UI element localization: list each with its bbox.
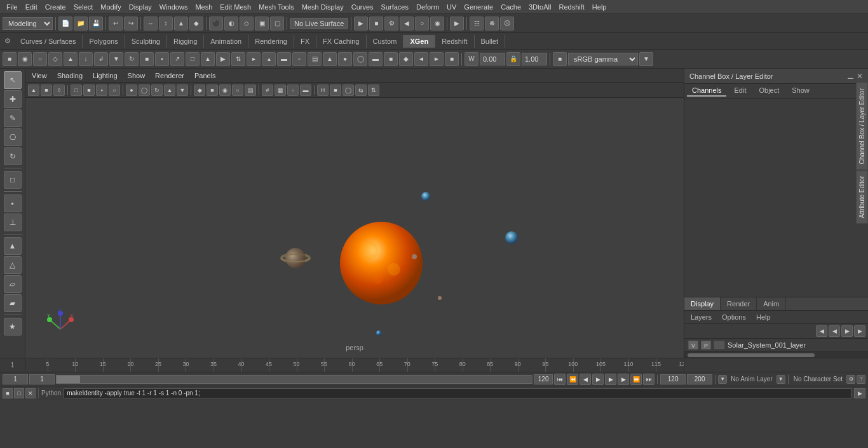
grid-snap-btn[interactable]: ▣: [255, 17, 269, 31]
snap-together-btn[interactable]: ⊥: [4, 214, 22, 231]
layout-btn2[interactable]: ☸: [485, 17, 499, 31]
layer-fwd-btn[interactable]: ▶: [841, 325, 853, 337]
menu-deform[interactable]: Deform: [412, 2, 443, 12]
layer-back-btn[interactable]: ◀: [816, 325, 827, 337]
menu-curves[interactable]: Curves: [348, 2, 377, 12]
vp-snap-btn[interactable]: ▬: [300, 85, 311, 96]
render-region-btn[interactable]: ■: [369, 17, 383, 31]
frame-start-field[interactable]: [29, 374, 55, 384]
pb-play-fwd-btn[interactable]: ▶: [605, 374, 616, 385]
tab-bullet[interactable]: Bullet: [475, 35, 506, 48]
xgen-btn5[interactable]: ▲: [64, 52, 78, 66]
attribute-editor-edge-tab[interactable]: Attribute Editor: [856, 170, 868, 224]
xgen-btn15[interactable]: ▶: [216, 52, 230, 66]
layer-color-swatch[interactable]: [714, 341, 725, 350]
menu-edit[interactable]: Edit: [22, 2, 41, 12]
vp-shading-menu[interactable]: Shading: [53, 71, 86, 81]
tab-custom[interactable]: Custom: [367, 35, 404, 48]
magnet-snap-btn[interactable]: ⚫: [209, 17, 223, 31]
timeline-track[interactable]: 5101520253035404550556065707580859095100…: [25, 358, 684, 372]
layer-row[interactable]: V P Solar_System_001_layer: [684, 339, 868, 351]
vp-hud-btn[interactable]: H: [317, 85, 329, 96]
xgen-btn11[interactable]: ▪: [155, 52, 169, 66]
tab-curves-surfaces[interactable]: Curves / Surfaces: [14, 35, 83, 48]
menu-edit-mesh[interactable]: Edit Mesh: [216, 2, 255, 12]
snap-btn4[interactable]: ◆: [189, 17, 203, 31]
vp-iso-btn[interactable]: ◯: [342, 85, 354, 96]
curve-snap-btn[interactable]: ◐: [224, 17, 238, 31]
channel-box-pin-btn[interactable]: ⚊: [847, 72, 854, 81]
vp-panels-menu[interactable]: Panels: [191, 71, 220, 81]
menu-modify[interactable]: Modify: [97, 2, 125, 12]
menu-3dtoa[interactable]: 3DtoAll: [525, 2, 555, 12]
light-editor-btn[interactable]: ○: [415, 17, 429, 31]
vp-cam3-btn[interactable]: ◊: [53, 85, 65, 96]
time-slider[interactable]: [56, 375, 532, 384]
viewport-canvas[interactable]: X Y Z persp: [25, 98, 684, 358]
vp-display-btn2[interactable]: ◯: [139, 85, 150, 96]
vp-display-btn1[interactable]: ●: [126, 85, 137, 96]
vp-shading-btn4[interactable]: ○: [232, 85, 243, 96]
dra-display-tab[interactable]: Display: [684, 297, 721, 310]
point-snap-btn[interactable]: ◇: [240, 17, 254, 31]
menu-redshift[interactable]: Redshift: [555, 2, 588, 12]
vp-grid-btn[interactable]: #: [262, 85, 273, 96]
open-file-btn[interactable]: 📁: [74, 17, 88, 31]
render-view-btn[interactable]: ◉: [430, 17, 444, 31]
help-menu[interactable]: Help: [754, 312, 773, 322]
layer-back2-btn[interactable]: ◀: [829, 325, 840, 337]
view-snap-btn[interactable]: ▢: [270, 17, 284, 31]
redo-btn[interactable]: ↪: [124, 17, 138, 31]
xgen-tool1-btn[interactable]: ▲: [4, 237, 22, 255]
xgen-btn14[interactable]: ▲: [201, 52, 215, 66]
tab-fx[interactable]: FX: [294, 35, 316, 48]
vp-overlay-btn[interactable]: ■: [330, 85, 341, 96]
xgen-btn18[interactable]: ▴: [262, 52, 276, 66]
channel-box-edge-tab[interactable]: Channel Box / Layer Editor: [856, 83, 868, 170]
channel-box-close-btn[interactable]: ✕: [857, 72, 863, 81]
window-icon2[interactable]: □: [14, 388, 24, 398]
xgen-btn17[interactable]: ▸: [247, 52, 261, 66]
tab-xgen[interactable]: XGen: [403, 35, 435, 48]
render-settings-btn[interactable]: ⚙: [384, 17, 398, 31]
pb-step-fwd-btn[interactable]: ▶: [618, 374, 629, 385]
cb-tab-channels[interactable]: Channels: [687, 85, 726, 97]
xgen-btn4[interactable]: ◇: [48, 52, 62, 66]
gamma-dropdown[interactable]: sRGB gamma: [568, 53, 638, 65]
pb-prev-key-btn[interactable]: ⏪: [567, 374, 578, 385]
soft-select-btn[interactable]: ▪: [4, 194, 22, 212]
menu-select[interactable]: Select: [70, 2, 97, 12]
cb-tab-edit[interactable]: Edit: [729, 85, 751, 97]
vp-display-btn4[interactable]: ▲: [164, 85, 175, 96]
workspace-gear[interactable]: ⚙: [1, 35, 14, 48]
pb-step-back-btn[interactable]: ◀: [580, 374, 591, 385]
menu-generate[interactable]: Generate: [460, 2, 497, 12]
menu-create[interactable]: Create: [41, 2, 70, 12]
pb-start-btn[interactable]: ⏮: [554, 374, 566, 385]
layer-playback-btn[interactable]: P: [701, 341, 711, 350]
xgen-btn9[interactable]: ↻: [125, 52, 139, 66]
cb-tab-show[interactable]: Show: [787, 85, 815, 97]
vp-lighting-menu[interactable]: Lighting: [89, 71, 121, 81]
save-file-btn[interactable]: 💾: [89, 17, 103, 31]
lasso-btn[interactable]: ⎔: [4, 128, 22, 146]
tab-redshift[interactable]: Redshift: [435, 35, 474, 48]
vp-show-menu[interactable]: Show: [124, 71, 149, 81]
layers-menu[interactable]: Layers: [688, 312, 714, 322]
xgen-btn16[interactable]: ⇅: [231, 52, 245, 66]
xgen-tool2-btn[interactable]: △: [4, 256, 22, 274]
xgen-btn27[interactable]: ◆: [399, 52, 413, 66]
vp-renderer-menu[interactable]: Renderer: [151, 71, 188, 81]
vp-zoom-btn[interactable]: ⇅: [368, 85, 379, 96]
anim-layer-arrow2[interactable]: ▼: [776, 375, 785, 384]
xgen-tool3-btn[interactable]: ▱: [4, 275, 22, 293]
undo-btn[interactable]: ↩: [109, 17, 123, 31]
vp-cam-btn[interactable]: ▲: [28, 85, 39, 96]
menu-help[interactable]: Help: [588, 2, 611, 12]
menu-mesh[interactable]: Mesh: [191, 2, 216, 12]
layer-scrollbar[interactable]: [684, 351, 868, 358]
xgen-btn23[interactable]: ●: [338, 52, 352, 66]
xgen-btn19[interactable]: ▬: [277, 52, 291, 66]
vp-shading-btn2[interactable]: ■: [207, 85, 218, 96]
pb-end-btn[interactable]: ⏭: [643, 374, 654, 385]
